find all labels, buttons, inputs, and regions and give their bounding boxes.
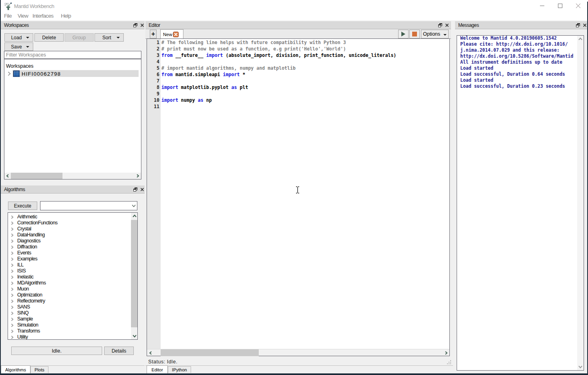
algorithm-category-muon[interactable]: Muon [8, 286, 137, 292]
algorithm-category-sinq[interactable]: SINQ [8, 310, 137, 316]
scroll-down-icon [133, 335, 137, 338]
algorithm-categories-list[interactable]: ArithmeticCorrectionFunctionsCrystalData… [8, 212, 138, 340]
algorithm-category-ill[interactable]: ILL [8, 262, 137, 268]
algorithm-category-datahandling[interactable]: DataHandling [8, 232, 137, 238]
stop-button[interactable] [409, 30, 420, 38]
algorithms-v-scrollbar[interactable] [131, 213, 137, 339]
scroll-right-icon [136, 174, 139, 178]
window-maximize-button[interactable] [551, 0, 569, 12]
editor-h-scrollbar-thumb[interactable] [161, 349, 259, 356]
algorithm-category-label: Optimization [17, 292, 42, 298]
menu-bar: FileViewInterfacesHelp [0, 12, 588, 20]
code-editor[interactable]: 1234567891011 # The following line helps… [147, 38, 450, 356]
editor-panel-titlebar: Editor [145, 21, 451, 29]
algorithm-category-utility[interactable]: Utility [8, 334, 137, 340]
algorithm-category-arithmetic[interactable]: Arithmetic [8, 214, 137, 220]
options-dropdown-arrow-icon [443, 34, 447, 36]
algorithm-category-correctionfunctions[interactable]: CorrectionFunctions [8, 220, 137, 226]
close-panel-icon[interactable] [140, 23, 144, 27]
execute-button[interactable]: Execute [8, 202, 37, 210]
workspaces-panel-title: Workspaces [4, 22, 29, 28]
scroll-right-button[interactable] [135, 173, 141, 179]
workspaces-h-scrollbar[interactable] [4, 173, 141, 179]
tab-close-icon[interactable] [173, 32, 179, 37]
dock-tab-algorithms[interactable]: Algorithms [1, 365, 30, 373]
algorithm-progress-bar: Idle. [11, 347, 102, 355]
algorithm-category-sample[interactable]: Sample [8, 316, 137, 322]
load-button-label: Load [11, 35, 22, 40]
close-panel-icon[interactable] [583, 23, 587, 27]
message-line: Load started [460, 77, 493, 83]
code-token-keyword: from [161, 52, 173, 58]
menu-help[interactable]: Help [61, 13, 71, 19]
algorithm-category-sans[interactable]: SANS [8, 304, 137, 310]
dock-tab-ipython[interactable]: IPython [168, 366, 191, 373]
scroll-left-button[interactable] [147, 349, 154, 356]
expand-chevron-icon [11, 305, 14, 309]
code-token-keyword: as [232, 85, 237, 90]
dock-tab-editor[interactable]: Editor [147, 365, 168, 373]
algorithm-category-optimization[interactable]: Optimization [8, 292, 137, 298]
workspaces-h-scrollbar-thumb[interactable] [11, 173, 62, 179]
scroll-left-button[interactable] [4, 173, 11, 179]
menu-view[interactable]: View [18, 13, 28, 19]
window-minimize-button[interactable] [533, 0, 551, 12]
close-panel-icon[interactable] [445, 23, 449, 27]
window-close-button[interactable] [569, 0, 587, 12]
workspaces-tree[interactable]: Workspaces HIFI00062798 [4, 59, 141, 179]
scroll-up-button[interactable] [131, 213, 138, 219]
algorithm-category-diagnostics[interactable]: Diagnostics [8, 238, 137, 244]
dock-tab-plots[interactable]: Plots [30, 366, 48, 373]
load-button[interactable]: Load [4, 33, 33, 42]
messages-v-scrollbar[interactable] [577, 36, 584, 370]
float-panel-icon[interactable] [133, 188, 137, 192]
float-panel-icon[interactable] [133, 23, 137, 27]
algorithms-v-scrollbar-thumb[interactable] [131, 220, 137, 327]
close-panel-icon[interactable] [140, 188, 144, 192]
save-button[interactable]: Save [4, 42, 33, 51]
code-line-8: import matplotlib.pyplot as plt [161, 85, 248, 90]
algorithm-category-simulation[interactable]: Simulation [8, 322, 137, 328]
options-button[interactable]: Options [421, 30, 449, 38]
new-tab-button[interactable]: + [150, 30, 157, 38]
expand-chevron-icon [11, 299, 14, 303]
menu-file[interactable]: File [4, 13, 12, 19]
algorithm-category-reflectometry[interactable]: Reflectometry [8, 298, 137, 304]
delete-button[interactable]: Delete [34, 33, 64, 42]
float-panel-icon[interactable] [576, 23, 580, 27]
algorithm-category-diffraction[interactable]: Diffraction [8, 244, 137, 250]
sort-button[interactable]: Sort [95, 33, 124, 42]
editor-h-scrollbar[interactable] [147, 349, 449, 356]
sort-button-label: Sort [102, 35, 111, 40]
group-button[interactable]: Group [64, 33, 94, 42]
float-panel-icon[interactable] [438, 23, 442, 27]
scroll-down-button[interactable] [131, 333, 138, 339]
scroll-up-button[interactable] [577, 36, 584, 42]
message-line: Load started [460, 65, 493, 71]
algorithm-category-transforms[interactable]: Transforms [8, 328, 137, 334]
message-line: Welcome to Mantid 4.0.20190605.1542 [460, 35, 557, 41]
code-token-comment: # print must now be used as a function, … [161, 46, 346, 52]
details-button[interactable]: Details [104, 347, 134, 355]
scroll-down-button[interactable] [577, 364, 584, 370]
algorithm-category-mdalgorithms[interactable]: MDAlgorithms [8, 280, 137, 286]
expand-chevron-icon[interactable] [7, 71, 11, 76]
run-button[interactable] [398, 30, 409, 38]
filter-workspaces-input[interactable] [4, 51, 141, 59]
messages-log[interactable]: Welcome to Mantid 4.0.20190605.1542Pleas… [457, 35, 584, 371]
table-workspace-icon [13, 71, 20, 77]
algorithm-category-label: Diffraction [17, 244, 37, 250]
menu-interfaces[interactable]: Interfaces [32, 13, 53, 19]
tab-new[interactable]: New [160, 29, 183, 39]
algorithm-category-crystal[interactable]: Crystal [8, 226, 137, 232]
algorithm-category-isis[interactable]: ISIS [8, 268, 137, 274]
algorithm-category-examples[interactable]: Examples [8, 256, 137, 262]
algorithm-category-events[interactable]: Events [8, 250, 137, 256]
algorithm-search-combobox[interactable] [40, 201, 137, 210]
scroll-right-button[interactable] [443, 349, 449, 356]
workspace-item-label[interactable]: HIFI00062798 [22, 71, 61, 77]
algorithm-category-inelastic[interactable]: Inelastic [8, 274, 137, 280]
save-button-label: Save [11, 44, 22, 50]
dock-tab-algorithms-label: Algorithms [5, 367, 26, 372]
size-grip-icon[interactable] [447, 360, 451, 365]
